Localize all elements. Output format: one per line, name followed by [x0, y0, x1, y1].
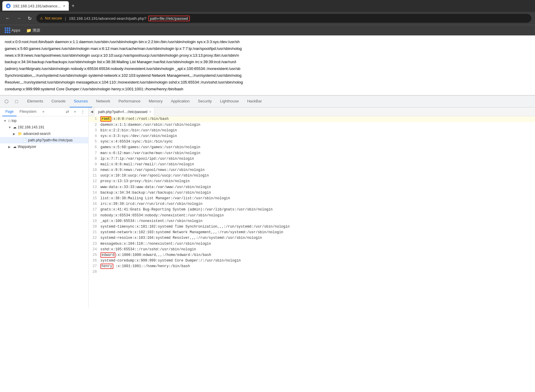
line-number-1: 1: [89, 116, 100, 122]
file-tab-filesystem[interactable]: Filesystem: [17, 107, 39, 116]
tab-lighthouse[interactable]: Lighthouse: [216, 96, 243, 107]
line-content-7: man:x:6:12:man:/var/cache/man:/usr/sbin/…: [100, 151, 535, 156]
line-content-26: systemd-coredump:x:999:999:systemd Core …: [100, 258, 535, 264]
tab-hackbar[interactable]: HackBar: [243, 96, 266, 107]
line-number-7: 7: [89, 151, 100, 156]
code-line-9: 9 mail:x:8:8:mail:/var/mail/:/usr/sbin/n…: [89, 162, 535, 167]
line-number-14: 14: [89, 190, 100, 196]
line-number-21: 21: [89, 230, 100, 235]
line-number-10: 10: [89, 167, 100, 173]
code-viewer: 1 root:x:0:0:root:/root:/bin/bash 2 daem…: [89, 116, 535, 308]
tab-performance[interactable]: Performance: [114, 96, 144, 107]
tab-console[interactable]: Console: [47, 96, 70, 107]
new-file-icon[interactable]: +: [72, 109, 78, 115]
page-line-2: games:x:5:60:games:/usr/games:/usr/sbin/…: [5, 46, 530, 52]
browser-tab[interactable]: ⊕ 192.168.143.191/advance... ×: [2, 1, 69, 11]
line-content-3: bin:x:2:2:bin:/bin:/usr/sbin/nologin: [100, 128, 535, 133]
source-tab-arrow[interactable]: ◀: [89, 107, 95, 116]
apps-label: Apps: [12, 28, 20, 32]
address-url-base: 192.168.143.191/advanced-search/path.php…: [69, 16, 146, 21]
line-number-23: 23: [89, 241, 100, 247]
line-content-2: daemon:x:1:1:daemon:/usr/sbin:/usr/sbin/…: [100, 122, 535, 128]
line-content-17: gnats:x:41:41:Gnats Bug-Reporting System…: [100, 207, 535, 213]
back-button[interactable]: ←: [4, 14, 12, 22]
tree-folder-icon: □: [8, 119, 10, 123]
line-content-11: uucp:x:10:10:uucp:/var/spool/uucp:/usr/s…: [100, 173, 535, 179]
cursor-icon[interactable]: ⬡: [2, 97, 11, 106]
tree-item-wappalyzer[interactable]: ▶ ☁ Wappalyzer: [0, 143, 88, 150]
apps-bookmark[interactable]: Apps: [2, 26, 23, 34]
code-line-19: 19 _apt:x:100:65534::/nonexistent:/usr/s…: [89, 218, 535, 224]
tree-ext-icon: ☁: [13, 145, 17, 149]
line-number-4: 4: [89, 133, 100, 139]
page-line-7: Resolver,,,:/run/systemd:/usr/sbin/nolog…: [5, 79, 530, 86]
tab-application[interactable]: Application: [167, 96, 194, 107]
code-line-11: 11 uucp:x:10:10:uucp:/var/spool/uucp:/us…: [89, 173, 535, 179]
line-number-17: 17: [89, 207, 100, 213]
tree-arrow-top: ▼: [4, 119, 7, 122]
page-line-4: backup:x:34:34:backup:/var/backups:/usr/…: [5, 59, 530, 65]
line-content-15: list:x:38:38:Mailing List Manager:/var/l…: [100, 196, 535, 201]
line-number-28: 28: [89, 269, 100, 275]
code-line-27: 27 henry :x:1001:1001::/home/henry:/bin/…: [89, 264, 535, 269]
line-number-20: 20: [89, 224, 100, 230]
page-line-5: (admin):/var/lib/gnats:/usr/sbin/nologin…: [5, 66, 530, 72]
line-content-27: henry :x:1001:1001::/home/henry:/bin/bas…: [100, 264, 535, 269]
file-tab-page[interactable]: Page: [2, 107, 17, 116]
line-number-25: 25: [89, 252, 100, 258]
file-tab-more[interactable]: »: [39, 107, 47, 116]
tab-bar: ⊕ 192.168.143.191/advance... × +: [0, 0, 535, 12]
security-warning-icon: ⚠: [40, 16, 43, 20]
code-line-15: 15 list:x:38:38:Mailing List Manager:/va…: [89, 196, 535, 201]
tab-favicon: ⊕: [6, 4, 11, 8]
folder-icon: 📁: [26, 28, 31, 33]
refresh-button[interactable]: ↻: [26, 14, 33, 22]
code-line-7: 7 man:x:6:12:man:/var/cache/man:/usr/sbi…: [89, 151, 535, 156]
address-url-highlight: path=file:///etc/passwd: [148, 16, 190, 21]
source-tabs: ◀ path.php?path=f...://etc/passwd ×: [89, 107, 535, 116]
code-line-8: 8 lp:x:7:7:lp:/var/spool/lpd:/usr/sbin/n…: [89, 156, 535, 162]
page-line-6: Synchronization,,,:/run/systemd:/usr/sbi…: [5, 73, 530, 79]
sync-icon[interactable]: ⇄: [64, 109, 71, 115]
tab-security[interactable]: Security: [194, 96, 216, 107]
tree-item-host[interactable]: ▼ ☁ 192.168.143.191: [0, 124, 88, 130]
code-line-26: 26 systemd-coredump:x:999:999:systemd Co…: [89, 258, 535, 264]
line-number-9: 9: [89, 162, 100, 167]
source-tab-close[interactable]: ×: [149, 110, 151, 114]
more-options-icon[interactable]: ⋮: [79, 109, 86, 115]
tree-item-file[interactable]: 📄 path.php?path=file:///etc/pas: [0, 137, 88, 143]
tree-arrow-host: ▼: [8, 126, 12, 129]
code-line-23: 23 messagebus:x:104:110::/nonexistent:/u…: [89, 241, 535, 247]
tab-network[interactable]: Network: [92, 96, 115, 107]
devtools-tab-bar: ⬡ □ Elements Console Sources Network Per…: [0, 96, 535, 107]
device-icon[interactable]: □: [12, 97, 21, 106]
line-number-8: 8: [89, 156, 100, 162]
line-content-19: _apt:x:100:65534::/nonexistent:/usr/sbin…: [100, 218, 535, 224]
tree-item-top[interactable]: ▼ □ top: [0, 117, 88, 124]
source-tab-label: path.php?path=f...://etc/passwd: [98, 110, 147, 114]
line-content-6: games:x:5:60:games:/usr/games:/usr/sbin/…: [100, 145, 535, 150]
line-number-22: 22: [89, 235, 100, 241]
line-content-5: sync:x:4:65534:sync:/bin:/bin/sync: [100, 139, 535, 145]
forward-button[interactable]: →: [15, 14, 23, 22]
source-panel: ◀ path.php?path=f...://etc/passwd × 1 ro…: [89, 107, 535, 308]
page-line-8: coredump:x:999:999:systemd Core Dumper:/…: [5, 86, 530, 92]
line-content-20: systemd-timesync:x:101:102:systemd Time …: [100, 224, 535, 230]
line-content-24: sshd:x:105:65534::/run/sshd:/usr/sbin/no…: [100, 247, 535, 252]
line-number-2: 2: [89, 122, 100, 128]
tab-elements[interactable]: Elements: [23, 96, 47, 107]
line-content-14: backup:x:34:34:backup:/var/backups:/usr/…: [100, 190, 535, 196]
new-tab-button[interactable]: +: [69, 2, 77, 10]
tree-arrow-advsearch: ▶: [13, 132, 17, 135]
tab-close-button[interactable]: ×: [63, 4, 65, 8]
tree-item-advanced-search[interactable]: ▶ 📁 advanced-search: [0, 130, 88, 137]
tab-memory[interactable]: Memory: [145, 96, 167, 107]
tab-sources[interactable]: Sources: [70, 96, 92, 107]
line-content-8: lp:x:7:7:lp:/var/spool/lpd:/usr/sbin/nol…: [100, 156, 535, 162]
code-line-5: 5 sync:x:4:65534:sync:/bin:/bin/sync: [89, 139, 535, 145]
code-line-24: 24 sshd:x:105:65534::/run/sshd:/usr/sbin…: [89, 247, 535, 252]
bookmark-folder[interactable]: 📁 溯源: [24, 27, 43, 34]
source-tab-file[interactable]: path.php?path=f...://etc/passwd ×: [95, 107, 154, 116]
line-content-12: proxy:x:13:13:proxy:/bin:/usr/sbin/nolog…: [100, 179, 535, 184]
address-field[interactable]: ⚠ Not secure | 192.168.143.191/advanced-…: [36, 14, 531, 23]
